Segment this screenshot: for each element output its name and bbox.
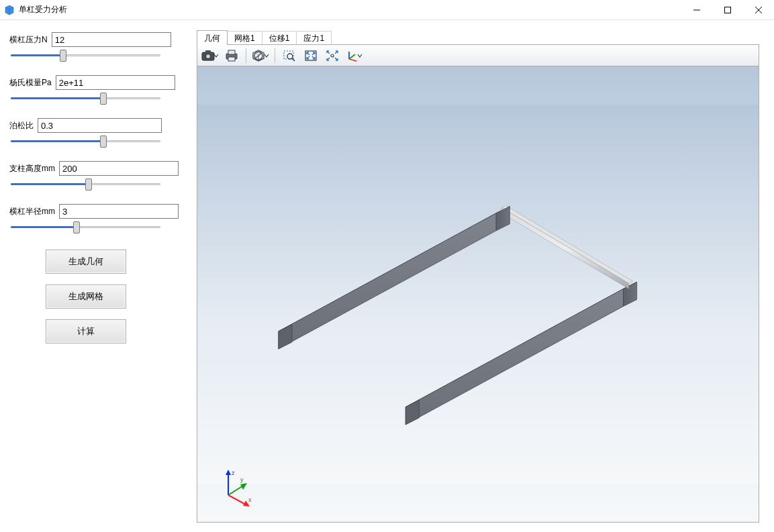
- tab-1[interactable]: 网格1: [227, 31, 262, 44]
- svg-text:y: y: [240, 476, 244, 483]
- svg-line-19: [349, 59, 356, 61]
- svg-point-14: [287, 54, 293, 59]
- param-label: 杨氏模量Pa: [9, 77, 52, 89]
- close-button[interactable]: [743, 0, 774, 19]
- svg-point-17: [331, 54, 334, 57]
- app-icon: [4, 5, 15, 15]
- tab-panel: z x y: [197, 44, 759, 523]
- tab-3[interactable]: 应力1: [296, 31, 332, 44]
- param-label: 横杠压力N: [9, 34, 48, 46]
- param-slider[interactable]: [11, 93, 160, 105]
- axis-gizmo: z x y: [215, 467, 255, 507]
- param-input[interactable]: [59, 204, 179, 219]
- param-slider[interactable]: [11, 221, 160, 233]
- window-controls: [681, 0, 774, 19]
- zoom-extents-icon[interactable]: [301, 47, 321, 64]
- action-button-1[interactable]: 生成网格: [46, 284, 126, 309]
- toolbar-separator: [246, 48, 246, 63]
- param-input[interactable]: [52, 32, 171, 47]
- maximize-button[interactable]: [712, 0, 743, 19]
- viewport-3d[interactable]: z x y: [197, 66, 759, 522]
- param-slider[interactable]: [11, 178, 160, 191]
- param-3: 支柱高度mm: [9, 161, 162, 191]
- camera-icon[interactable]: [200, 47, 220, 64]
- svg-rect-7: [228, 57, 235, 61]
- svg-rect-102: [197, 105, 759, 483]
- svg-marker-122: [240, 483, 247, 490]
- axes-icon[interactable]: [344, 47, 364, 64]
- tabs: 几何网格1位移1应力1: [197, 30, 759, 44]
- viewport-toolbar: [197, 45, 759, 66]
- action-button-2[interactable]: 计算: [46, 319, 126, 343]
- svg-rect-2: [205, 50, 211, 53]
- zoom-fit-icon[interactable]: [322, 47, 342, 64]
- svg-text:z: z: [232, 470, 235, 476]
- transparency-icon[interactable]: [250, 47, 271, 64]
- svg-rect-0: [725, 7, 731, 13]
- svg-line-121: [228, 486, 243, 495]
- window-title: 单杠受力分析: [19, 4, 681, 15]
- tab-2[interactable]: 位移1: [262, 31, 297, 44]
- param-0: 横杠压力N: [9, 32, 162, 62]
- param-1: 杨氏模量Pa: [9, 75, 162, 105]
- sidebar: 横杠压力N 杨氏模量Pa 泊松比 支柱高度mm: [0, 20, 178, 532]
- svg-point-4: [207, 55, 209, 58]
- svg-text:x: x: [248, 496, 252, 503]
- param-slider[interactable]: [11, 50, 160, 62]
- tab-0[interactable]: 几何: [197, 30, 228, 45]
- param-4: 横杠半径mm: [9, 204, 162, 233]
- param-slider[interactable]: [11, 136, 160, 148]
- svg-marker-116: [226, 470, 231, 475]
- svg-rect-6: [228, 50, 235, 54]
- param-label: 横杠半径mm: [9, 206, 55, 217]
- svg-line-118: [228, 495, 246, 504]
- action-button-0[interactable]: 生成几何: [46, 250, 126, 274]
- minimize-button[interactable]: [681, 0, 712, 19]
- param-input[interactable]: [56, 75, 175, 90]
- print-icon[interactable]: [222, 47, 242, 64]
- titlebar: 单杠受力分析: [0, 0, 774, 20]
- param-input[interactable]: [59, 161, 179, 176]
- zoom-select-icon[interactable]: [279, 47, 299, 64]
- main-area: 几何网格1位移1应力1: [178, 20, 774, 532]
- toolbar-separator: [275, 48, 275, 63]
- svg-line-20: [349, 54, 355, 59]
- model-render-clean: [197, 66, 759, 522]
- param-2: 泊松比: [9, 118, 162, 148]
- param-label: 支柱高度mm: [9, 163, 55, 174]
- param-input[interactable]: [38, 118, 162, 133]
- param-label: 泊松比: [9, 120, 34, 131]
